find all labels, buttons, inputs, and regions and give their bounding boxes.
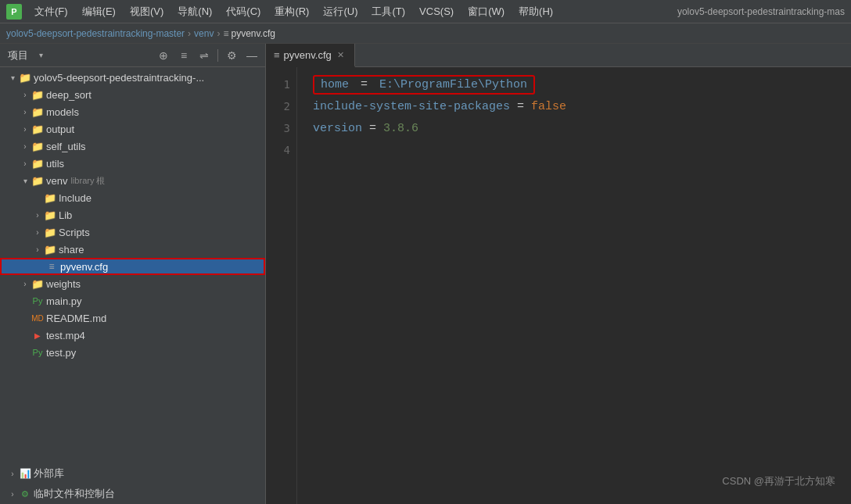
tree-item-include[interactable]: › 📁 Include [0,189,265,206]
tab-pyvenv-cfg[interactable]: ≡ pyvenv.cfg ✕ [266,44,355,67]
folder-icon-include: 📁 [44,191,56,204]
code-editor[interactable]: home = E:\ProgramFile\Python include-sys… [297,67,851,504]
tree-label-test-mp4: test.mp4 [46,330,85,341]
menu-refactor[interactable]: 重构(R) [268,3,315,20]
tree-label-share: share [59,244,84,256]
sidebar-btn-sync[interactable]: ⇌ [196,47,213,64]
tab-close-button[interactable]: ✕ [336,49,347,60]
file-icon-readme: MD [31,312,44,324]
tree-item-main-py[interactable]: › Py main.py [0,292,265,309]
toggle-self-utils: › [19,140,31,152]
breadcrumb-sep-1: › [188,28,191,39]
tree-label-weights: weights [46,278,81,290]
tree-item-venv[interactable]: ▾ 📁 venv library 根 [0,172,265,189]
tree-sublabel-venv: library 根 [70,175,105,187]
tree-label-include: Include [59,192,92,204]
sidebar-btn-add[interactable]: ⊕ [155,47,172,64]
tree-item-pyvenv-cfg[interactable]: › ≡ pyvenv.cfg [0,258,265,275]
folder-icon-scripts: 📁 [44,226,56,238]
code-eq-3: = [362,122,383,135]
sidebar-scratch-files[interactable]: › ⚙ 临时文件和控制台 [0,484,265,504]
sidebar-btn-layout[interactable]: ≡ [175,47,192,64]
file-icon-main-py: Py [31,295,44,307]
sidebar-toolbar: 项目 ▾ ⊕ ≡ ⇌ ⚙ — [0,44,265,67]
icon-external-libs: 📊 [19,467,31,480]
line-num-3: 3 [266,117,296,139]
code-line-4 [313,139,851,161]
code-line-3: version = 3.8.6 [313,117,851,139]
code-eq-2: = [510,100,531,113]
tree-item-share[interactable]: › 📁 share [0,241,265,258]
breadcrumb-root[interactable]: yolov5-deepsort-pedestraintracking-maste… [6,28,185,39]
breadcrumb-venv[interactable]: venv [194,28,214,39]
code-val-home: E:\ProgramFile\Python [379,78,527,91]
toggle-scripts: › [31,226,44,238]
sidebar-title: 项目 [5,48,31,63]
sidebar-tree[interactable]: ▾ 📁 yolov5-deepsort-pedestraintracking-.… [0,67,265,463]
tree-item-lib[interactable]: › 📁 Lib [0,206,265,223]
editor-content[interactable]: 1 2 3 4 home = E:\ProgramFile\Python inc… [266,67,851,504]
toggle-utils: › [19,157,31,170]
sidebar: 项目 ▾ ⊕ ≡ ⇌ ⚙ — ▾ 📁 yolov5-deepsort-pedes… [0,44,266,504]
label-external-libs: 外部库 [34,466,64,481]
line-num-2: 2 [266,95,296,117]
toggle-scratch: › [6,488,19,500]
tree-label-models: models [46,106,79,118]
sidebar-btn-collapse[interactable]: — [243,47,260,64]
menu-nav[interactable]: 导航(N) [171,3,218,20]
tree-item-utils[interactable]: › 📁 utils [0,155,265,172]
breadcrumb-current: ≡ pyvenv.cfg [223,28,275,39]
tree-item-deep-sort[interactable]: › 📁 deep_sort [0,86,265,103]
folder-icon-root: 📁 [19,71,31,84]
watermark: CSDN @再游于北方知寒 [722,474,835,488]
line-num-4: 4 [266,139,296,161]
tree-item-test-py[interactable]: › Py test.py [0,344,265,361]
menu-help[interactable]: 帮助(H) [512,3,559,20]
toggle-lib: › [31,209,44,221]
code-key-include: include-system-site-packages [313,100,510,113]
tree-item-models[interactable]: › 📁 models [0,103,265,120]
folder-icon-deep-sort: 📁 [31,88,44,101]
tree-item-output[interactable]: › 📁 output [0,120,265,138]
menu-vcs[interactable]: VCS(S) [413,4,460,19]
menu-window[interactable]: 窗口(W) [461,3,511,20]
editor-area: ≡ pyvenv.cfg ✕ 1 2 3 4 home = E:\Program [266,44,851,504]
folder-icon-venv: 📁 [31,174,44,187]
menu-tools[interactable]: 工具(T) [365,3,411,20]
sidebar-btn-settings[interactable]: ⚙ [223,47,240,64]
tab-label: pyvenv.cfg [284,49,332,61]
code-line-2: include-system-site-packages = false [313,95,851,117]
menu-edit[interactable]: 编辑(E) [76,3,122,20]
code-line-1: home = E:\ProgramFile\Python [313,73,851,95]
file-icon-mp4: ▶ [31,329,44,341]
menu-view[interactable]: 视图(V) [124,3,170,20]
code-key-version: version [313,122,362,135]
menu-run[interactable]: 运行(U) [317,3,364,20]
tree-label-readme: README.md [46,313,106,324]
folder-icon-models: 📁 [31,105,44,118]
tree-item-root[interactable]: ▾ 📁 yolov5-deepsort-pedestraintracking-.… [0,69,265,86]
code-val-version: 3.8.6 [383,122,418,135]
tree-label-scripts: Scripts [59,227,90,238]
tree-label-utils: utils [46,158,64,170]
tree-item-scripts[interactable]: › 📁 Scripts [0,223,265,241]
breadcrumb-filename: pyvenv.cfg [231,28,275,39]
code-eq-1: = [354,78,375,91]
line-num-1: 1 [266,73,296,95]
menu-file[interactable]: 文件(F) [28,3,74,20]
tree-label-main-py: main.py [46,295,82,307]
menu-code[interactable]: 代码(C) [220,3,267,20]
file-icon-test-py: Py [31,346,44,359]
sidebar-external-libs[interactable]: › 📊 外部库 [0,463,265,484]
folder-icon-share: 📁 [44,243,56,256]
tree-item-self-utils[interactable]: › 📁 self_utils [0,138,265,155]
tree-item-readme[interactable]: › MD README.md [0,309,265,327]
label-scratch: 临时文件和控制台 [34,487,115,501]
folder-icon-lib: 📁 [44,209,56,221]
tree-item-test-mp4[interactable]: › ▶ test.mp4 [0,327,265,344]
tree-label-lib: Lib [59,209,72,221]
tree-item-weights[interactable]: › 📁 weights [0,275,265,292]
line-numbers: 1 2 3 4 [266,67,297,504]
code-key-home: home [321,78,349,91]
tree-label-test-py: test.py [46,347,76,359]
